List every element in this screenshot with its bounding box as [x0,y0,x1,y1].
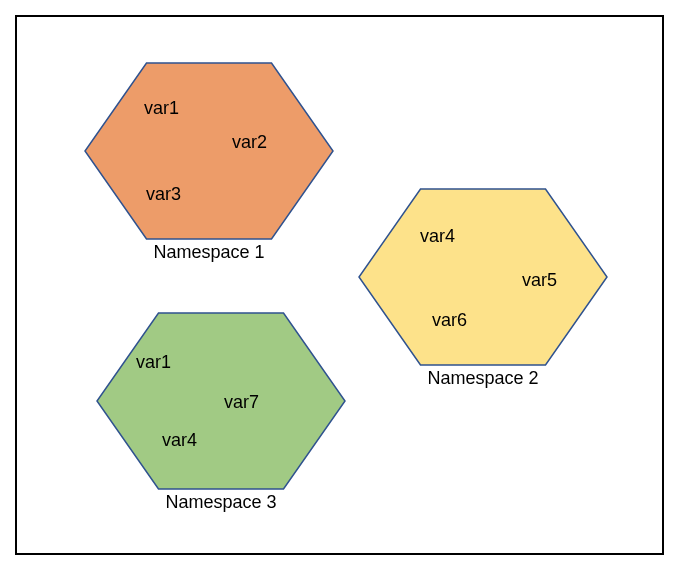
namespace-1-var1: var1 [144,98,179,119]
namespace-1-group: Namespace 1 var1 var2 var3 [84,62,334,240]
namespace-3-var4: var4 [162,430,197,451]
namespace-3-group: Namespace 3 var1 var7 var4 [96,312,346,490]
namespace-2-label: Namespace 2 [358,368,608,389]
namespace-2-var5: var5 [522,270,557,291]
namespace-3-var1: var1 [136,352,171,373]
namespace-1-var3: var3 [146,184,181,205]
namespace-1-label: Namespace 1 [84,242,334,263]
namespace-2-var6: var6 [432,310,467,331]
namespace-2-var4: var4 [420,226,455,247]
hexagon-shape [85,63,333,239]
namespace-3-hexagon [96,312,346,490]
namespace-2-hexagon [358,188,608,366]
hexagon-shape [359,189,607,365]
namespace-1-hexagon [84,62,334,240]
namespace-2-group: Namespace 2 var4 var5 var6 [358,188,608,366]
diagram-frame: Namespace 1 var1 var2 var3 Namespace 2 v… [0,0,683,572]
namespace-3-label: Namespace 3 [96,492,346,513]
hexagon-shape [97,313,345,489]
namespace-3-var7: var7 [224,392,259,413]
namespace-1-var2: var2 [232,132,267,153]
